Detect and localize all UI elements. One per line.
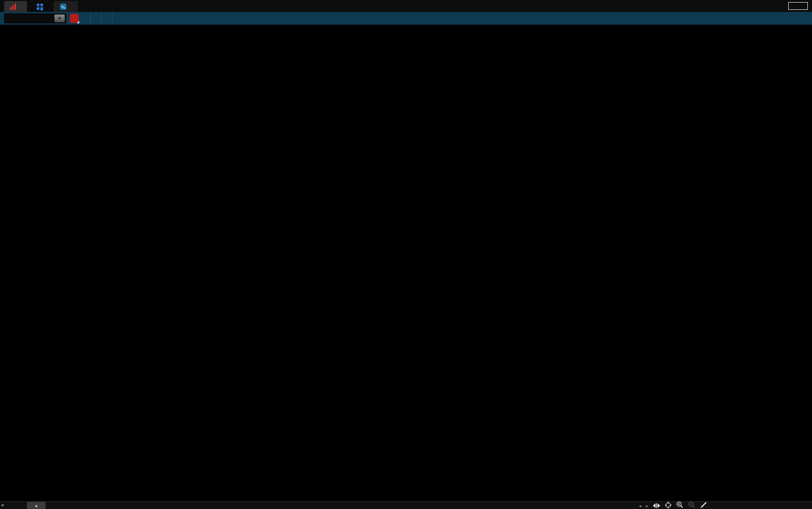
chart-nav-icons: ◂ ▸	[639, 502, 707, 509]
symbol-dropdown-button[interactable]: ▼	[54, 14, 65, 22]
zoom-out-icon[interactable]	[688, 501, 695, 509]
tab-charts[interactable]	[4, 1, 27, 12]
divider	[112, 12, 112, 25]
pencil-icon[interactable]	[700, 501, 707, 509]
divider	[101, 12, 102, 25]
page-right-icon[interactable]: ▸	[646, 503, 648, 508]
zoom-in-icon[interactable]	[676, 501, 683, 509]
bottom-bar: ◂ ▴ ◂ ▸	[0, 501, 812, 509]
tab-bar	[0, 0, 812, 12]
chart-area[interactable]	[0, 25, 812, 501]
bar-chart-icon	[9, 3, 17, 10]
symbol-toolbar: ▼	[0, 12, 812, 25]
scroll-left-icon[interactable]: ◂	[1, 502, 4, 507]
page-left-icon[interactable]: ◂	[639, 503, 642, 508]
tab-flexible-grid[interactable]	[31, 1, 54, 12]
grid-icon	[36, 3, 44, 10]
divider	[90, 12, 91, 25]
depth-icon	[60, 3, 67, 10]
symbol-input[interactable]: ▼	[4, 13, 66, 23]
tos-charts-window: ▼ ◂ ▴ ◂ ▸	[0, 0, 812, 509]
crosshair-tool-icon[interactable]	[665, 501, 672, 509]
tab-product-depth[interactable]	[54, 1, 78, 12]
auto-scroll-icon[interactable]	[653, 501, 660, 509]
window-restore-button[interactable]	[788, 2, 808, 10]
scrollbar-handle[interactable]: ▴	[27, 502, 46, 509]
alert-badge[interactable]	[70, 14, 79, 23]
